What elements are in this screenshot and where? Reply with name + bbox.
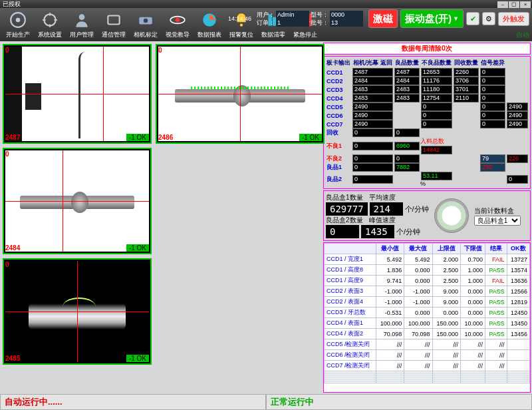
status-bar: 自动运行中...... 正常运行中: [0, 394, 532, 410]
vibrate-button[interactable]: 振动盘(开)▼: [400, 9, 464, 28]
svg-rect-4: [108, 15, 119, 24]
confirm-button[interactable]: ✔: [466, 12, 479, 25]
tool-system[interactable]: 系统设置: [35, 11, 65, 39]
tool-start[interactable]: 开始生产: [3, 11, 33, 39]
svg-point-6: [144, 18, 148, 23]
speed-panel: 良品盒1数量 平均速度 629777214个/分钟 良品盒2数量 峰值速度 01…: [323, 190, 531, 241]
svg-point-8: [176, 17, 180, 22]
min-button[interactable]: –: [497, 1, 508, 8]
speed-gauge: [434, 198, 469, 233]
titlebar: 已授权: [0, 0, 532, 8]
settings-button[interactable]: ⚙: [482, 12, 495, 25]
status-left: 自动运行中......: [0, 394, 266, 410]
auto-label: 自动: [516, 31, 529, 40]
camera-panel: 02487-1 OK 02486-1 OK 02484-1 OK 02485-1…: [0, 41, 322, 394]
camera-view-2[interactable]: 02486-1 OK: [156, 44, 325, 144]
camera-view-3[interactable]: 02484-1 OK: [3, 148, 152, 254]
bin-select[interactable]: 良品料盒1: [474, 216, 521, 226]
stats-header: 数据每周清除0次: [323, 43, 531, 55]
batch-field: [330, 19, 363, 27]
tool-teach[interactable]: 视觉教导: [162, 11, 193, 39]
demag-button[interactable]: 激磁: [368, 9, 398, 28]
svg-point-1: [16, 17, 21, 22]
clock: 14:14:46: [228, 15, 251, 22]
camera-view-1[interactable]: 02487-1 OK: [3, 44, 152, 144]
status-right: 正常运行中: [266, 394, 532, 410]
order-field: [276, 19, 309, 27]
tool-user[interactable]: 用户管理: [66, 11, 97, 39]
result-grid[interactable]: 最小值最大值上限值下限值结果OK数CCD1 / 宽度15.4925.4922.0…: [323, 242, 531, 393]
close-button[interactable]: ×: [520, 1, 531, 8]
svg-point-2: [44, 14, 55, 25]
model-field: [330, 11, 363, 19]
stats-table: 板卡输出相机/光幕 返回良品数量不良品数量回收数量信号差异CCD12487248…: [323, 56, 531, 189]
ext-trigger[interactable]: 外触发: [498, 12, 529, 26]
tool-report[interactable]: 数据报表: [194, 11, 225, 39]
max-button[interactable]: ▢: [509, 1, 519, 8]
toolbar: 开始生产 系统设置 用户管理 通信管理 相机标定 视觉教导 数据报表 报警复位 …: [0, 8, 532, 41]
tool-camcal[interactable]: 相机标定: [130, 11, 161, 39]
bin2-count: 0: [326, 225, 359, 238]
bin1-count: 629777: [326, 202, 368, 216]
tool-comm[interactable]: 通信管理: [98, 11, 129, 39]
user-field: [276, 11, 309, 19]
svg-point-3: [79, 14, 85, 20]
camera-view-4[interactable]: 02485-1 OK: [3, 258, 152, 365]
